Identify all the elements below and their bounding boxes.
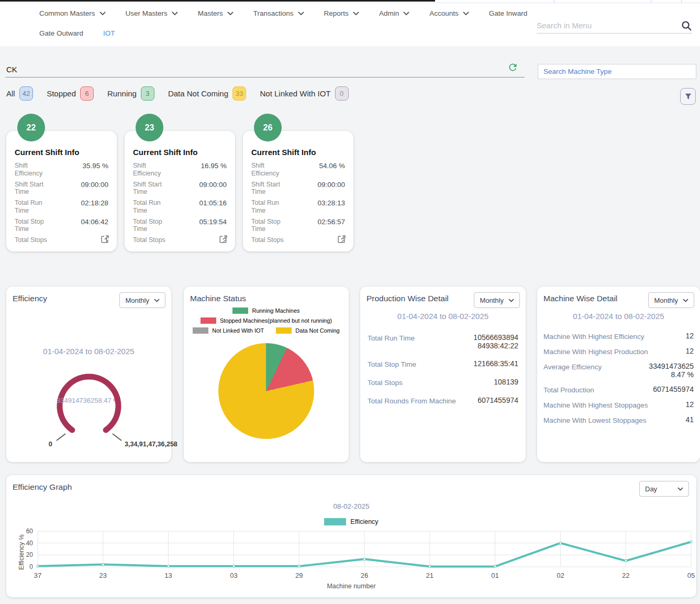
info-row: Machine With Highest Stoppages12: [537, 397, 700, 412]
nav-label: Admin: [379, 9, 399, 17]
header: Common Masters User Masters Masters Tran…: [0, 3, 700, 46]
gauge-value: 334914736258.47 %: [56, 397, 119, 404]
open-detail-button[interactable]: [337, 235, 346, 245]
row-value: 16.95 %: [201, 162, 227, 170]
panel-title: Production Wise Detail: [366, 294, 449, 303]
filter-not-linked-with-iot[interactable]: Not Linked With IOT0: [260, 86, 348, 101]
production-period-select[interactable]: Monthly: [474, 292, 520, 308]
row-value: 108139: [494, 378, 518, 386]
svg-text:23: 23: [99, 572, 107, 579]
shift-card-26: 26 Current Shift Info Shift Efficiency54…: [243, 131, 353, 251]
nav-masters[interactable]: Masters: [198, 9, 234, 17]
row-value: 09:00:00: [81, 181, 108, 189]
menu-search-input[interactable]: [537, 21, 681, 30]
svg-text:40: 40: [26, 540, 34, 547]
card-title: Current Shift Info: [133, 148, 227, 157]
machine-status-pie: [218, 343, 314, 439]
row-label: Machine With Highest Production: [543, 347, 648, 356]
chevron-down-icon: [172, 12, 178, 16]
machine-number-badge: 26: [254, 114, 282, 141]
gauge-tick-min: [57, 434, 65, 441]
legend-label: Not Linked With IOT: [212, 327, 264, 334]
row-label: Total Stop Time: [251, 218, 289, 234]
efficiency-line-chart: 02040603723130329262101022205: [6, 475, 696, 583]
external-link-icon: [337, 235, 346, 244]
shift-card-23: 23 Current Shift Info Shift Efficiency16…: [125, 131, 235, 251]
row-label: Shift Start Time: [251, 181, 289, 196]
row-value: 03:28:13: [317, 199, 345, 207]
filter-data-not-coming[interactable]: Data Not Coming33: [168, 86, 247, 101]
nav-accounts[interactable]: Accounts: [429, 9, 469, 17]
card-row: Total Stop Time02:56:57: [243, 216, 353, 235]
card-row: Total Stop Time05:19:54: [125, 216, 235, 235]
machine-type-title: CK: [6, 65, 17, 74]
card-row: Total Run Time03:28:13: [243, 197, 353, 216]
nav-label: Common Masters: [39, 9, 95, 17]
filter-stopped[interactable]: Stopped6: [47, 86, 94, 101]
machine-type-search-input[interactable]: [538, 64, 696, 79]
row-value: 12: [685, 347, 694, 355]
nav-admin[interactable]: Admin: [379, 9, 409, 17]
info-row: Machine With Lowest Stoppages41: [537, 412, 700, 427]
machine-number-badge: 22: [17, 114, 45, 141]
row-label: Shift Start Time: [15, 181, 52, 196]
row-label: Total Run Time: [15, 199, 52, 215]
row-label: Total Rounds From Machine: [368, 396, 456, 405]
chevron-down-icon: [683, 299, 688, 302]
row-value: 6071455974: [477, 396, 518, 404]
open-detail-button[interactable]: [219, 235, 228, 245]
machine-number-badge: 23: [136, 114, 163, 141]
chevron-down-icon: [463, 12, 469, 16]
refresh-button[interactable]: [507, 62, 518, 73]
gauge-max-label: 3,34,91,47,36,258: [125, 441, 177, 448]
row-value: 09:00:00: [317, 181, 345, 189]
legend-swatch-running: [232, 308, 248, 314]
row-value: 6071455974: [653, 385, 694, 393]
machine-wise-panel: Machine Wise Detail Monthly 01-04-2024 t…: [537, 287, 700, 462]
filter-button[interactable]: [680, 88, 696, 105]
search-icon[interactable]: [681, 20, 692, 31]
nav-common-masters[interactable]: Common Masters: [39, 9, 106, 17]
nav-transactions[interactable]: Transactions: [253, 9, 304, 17]
row-label: Machine With Highest Efficiency: [543, 332, 645, 341]
efficiency-gauge: 334914736258.47 % 0 3,34,91,47,36,258: [10, 359, 168, 448]
nav-user-masters[interactable]: User Masters: [126, 9, 178, 17]
svg-text:0: 0: [29, 563, 33, 570]
row-label: Machine With Lowest Stoppages: [543, 415, 647, 424]
machine-status-panel: Machine Status Running Machines Stopped …: [184, 287, 349, 462]
card-row: Shift Start Time09:00:00: [243, 179, 353, 198]
row-value: 54.06 %: [319, 162, 345, 170]
chevron-down-icon: [353, 12, 359, 16]
open-detail-button[interactable]: [101, 235, 109, 245]
filter-count-badge: 42: [19, 86, 33, 101]
filter-running[interactable]: Running3: [107, 86, 154, 101]
filter-count-badge: 6: [80, 86, 94, 101]
nav-reports[interactable]: Reports: [324, 9, 359, 17]
card-row: Shift Efficiency16.95 %: [125, 160, 235, 179]
row-label: Total Stop Time: [368, 359, 416, 368]
efficiency-period-select[interactable]: Monthly: [119, 292, 165, 308]
legend-swatch-data-not-coming: [276, 327, 292, 334]
select-value: Monthly: [480, 296, 504, 304]
svg-text:02: 02: [557, 572, 564, 579]
legend-swatch-not-linked: [193, 327, 208, 334]
row-value: 12: [685, 332, 694, 340]
panel-title: Efficiency: [13, 294, 47, 303]
card-row: Total Run Time02:18:28: [6, 197, 117, 216]
machine-wise-rows: Machine With Highest Efficiency12 Machin…: [537, 328, 700, 427]
info-row: Machine With Highest Production12: [537, 344, 700, 359]
filter-label: Not Linked With IOT: [260, 89, 330, 98]
row-value: 02:18:28: [81, 199, 108, 207]
filter-label: Running: [107, 89, 137, 98]
nav-gate-inward[interactable]: Gate Inward: [489, 9, 528, 17]
row-label: Total Stops: [15, 236, 52, 244]
nav-label: User Masters: [126, 9, 168, 17]
filter-all[interactable]: All42: [6, 86, 33, 101]
nav-gate-outward[interactable]: Gate Outward: [39, 29, 83, 37]
svg-text:03: 03: [230, 572, 237, 579]
pie-legend: Running Machines Stopped Machines(planne…: [184, 308, 349, 337]
nav-iot[interactable]: IOT: [103, 29, 115, 37]
machine-wise-period-select[interactable]: Monthly: [648, 292, 694, 308]
external-link-icon: [101, 235, 109, 244]
row-value: 09:00:00: [199, 181, 227, 189]
